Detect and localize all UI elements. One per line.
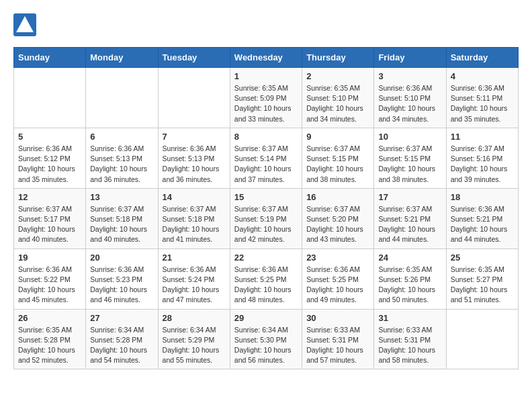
cell-details: Sunrise: 6:34 AMSunset: 5:28 PMDaylight:…	[90, 325, 153, 366]
calendar-cell: 9Sunrise: 6:37 AMSunset: 5:15 PMDaylight…	[302, 128, 374, 188]
cell-details: Sunrise: 6:37 AMSunset: 5:18 PMDaylight:…	[90, 204, 153, 245]
calendar-cell: 23Sunrise: 6:36 AMSunset: 5:25 PMDayligh…	[302, 248, 374, 309]
calendar-cell: 10Sunrise: 6:37 AMSunset: 5:15 PMDayligh…	[374, 128, 446, 188]
calendar-header-row: SundayMondayTuesdayWednesdayThursdayFrid…	[14, 48, 519, 68]
cell-details: Sunrise: 6:36 AMSunset: 5:13 PMDaylight:…	[90, 144, 153, 185]
cell-details: Sunrise: 6:35 AMSunset: 5:27 PMDaylight:…	[451, 265, 514, 306]
logo-icon	[13, 13, 36, 36]
cell-details: Sunrise: 6:36 AMSunset: 5:11 PMDaylight:…	[451, 83, 514, 124]
header-friday: Friday	[374, 48, 446, 68]
day-number: 6	[90, 132, 153, 142]
calendar-cell: 13Sunrise: 6:37 AMSunset: 5:18 PMDayligh…	[86, 188, 158, 248]
calendar-cell: 24Sunrise: 6:35 AMSunset: 5:26 PMDayligh…	[374, 248, 446, 309]
calendar-cell: 17Sunrise: 6:37 AMSunset: 5:21 PMDayligh…	[374, 188, 446, 248]
day-number: 2	[306, 71, 369, 81]
week-row-1: 5Sunrise: 6:36 AMSunset: 5:12 PMDaylight…	[14, 128, 519, 188]
day-number: 4	[451, 71, 514, 81]
cell-details: Sunrise: 6:35 AMSunset: 5:28 PMDaylight:…	[18, 325, 81, 366]
cell-details: Sunrise: 6:35 AMSunset: 5:26 PMDaylight:…	[378, 265, 441, 306]
day-number: 16	[306, 192, 369, 202]
calendar-cell: 29Sunrise: 6:34 AMSunset: 5:30 PMDayligh…	[230, 309, 302, 369]
header-tuesday: Tuesday	[158, 48, 230, 68]
day-number: 19	[18, 253, 81, 263]
day-number: 9	[306, 132, 369, 142]
week-row-0: 1Sunrise: 6:35 AMSunset: 5:09 PMDaylight…	[14, 68, 519, 128]
cell-details: Sunrise: 6:34 AMSunset: 5:29 PMDaylight:…	[163, 325, 226, 366]
day-number: 27	[90, 313, 153, 323]
header-thursday: Thursday	[302, 48, 374, 68]
calendar-body: 1Sunrise: 6:35 AMSunset: 5:09 PMDaylight…	[14, 68, 519, 369]
day-number: 31	[378, 313, 441, 323]
day-number: 7	[163, 132, 226, 142]
week-row-3: 19Sunrise: 6:36 AMSunset: 5:22 PMDayligh…	[14, 248, 519, 309]
day-number: 28	[163, 313, 226, 323]
cell-details: Sunrise: 6:36 AMSunset: 5:10 PMDaylight:…	[378, 83, 441, 124]
header-saturday: Saturday	[446, 48, 518, 68]
logo	[13, 13, 39, 36]
cell-details: Sunrise: 6:37 AMSunset: 5:21 PMDaylight:…	[378, 204, 441, 245]
calendar-cell: 26Sunrise: 6:35 AMSunset: 5:28 PMDayligh…	[14, 309, 86, 369]
cell-details: Sunrise: 6:37 AMSunset: 5:15 PMDaylight:…	[378, 144, 441, 185]
cell-details: Sunrise: 6:36 AMSunset: 5:23 PMDaylight:…	[90, 265, 153, 306]
cell-details: Sunrise: 6:33 AMSunset: 5:31 PMDaylight:…	[306, 325, 369, 366]
day-number: 15	[234, 192, 298, 202]
calendar-cell	[86, 68, 158, 128]
day-number: 20	[90, 253, 153, 263]
day-number: 21	[163, 253, 226, 263]
day-number: 17	[378, 192, 441, 202]
calendar-cell	[158, 68, 230, 128]
cell-details: Sunrise: 6:37 AMSunset: 5:14 PMDaylight:…	[234, 144, 298, 185]
calendar-cell: 15Sunrise: 6:37 AMSunset: 5:19 PMDayligh…	[230, 188, 302, 248]
page-header	[13, 13, 519, 36]
cell-details: Sunrise: 6:34 AMSunset: 5:30 PMDaylight:…	[234, 325, 298, 366]
day-number: 8	[234, 132, 298, 142]
calendar-cell	[446, 309, 518, 369]
day-number: 13	[90, 192, 153, 202]
calendar-cell: 3Sunrise: 6:36 AMSunset: 5:10 PMDaylight…	[374, 68, 446, 128]
calendar-cell: 31Sunrise: 6:33 AMSunset: 5:31 PMDayligh…	[374, 309, 446, 369]
day-number: 22	[234, 253, 298, 263]
header-monday: Monday	[86, 48, 158, 68]
cell-details: Sunrise: 6:37 AMSunset: 5:17 PMDaylight:…	[18, 204, 81, 245]
calendar-cell	[14, 68, 86, 128]
day-number: 10	[378, 132, 441, 142]
calendar-cell: 11Sunrise: 6:37 AMSunset: 5:16 PMDayligh…	[446, 128, 518, 188]
calendar-cell: 6Sunrise: 6:36 AMSunset: 5:13 PMDaylight…	[86, 128, 158, 188]
calendar-cell: 25Sunrise: 6:35 AMSunset: 5:27 PMDayligh…	[446, 248, 518, 309]
day-number: 3	[378, 71, 441, 81]
calendar-cell: 1Sunrise: 6:35 AMSunset: 5:09 PMDaylight…	[230, 68, 302, 128]
day-number: 23	[306, 253, 369, 263]
calendar-cell: 21Sunrise: 6:36 AMSunset: 5:24 PMDayligh…	[158, 248, 230, 309]
day-number: 12	[18, 192, 81, 202]
day-number: 18	[451, 192, 514, 202]
calendar-cell: 28Sunrise: 6:34 AMSunset: 5:29 PMDayligh…	[158, 309, 230, 369]
cell-details: Sunrise: 6:36 AMSunset: 5:24 PMDaylight:…	[163, 265, 226, 306]
header-wednesday: Wednesday	[230, 48, 302, 68]
cell-details: Sunrise: 6:37 AMSunset: 5:16 PMDaylight:…	[451, 144, 514, 185]
calendar-cell: 18Sunrise: 6:36 AMSunset: 5:21 PMDayligh…	[446, 188, 518, 248]
calendar-cell: 12Sunrise: 6:37 AMSunset: 5:17 PMDayligh…	[14, 188, 86, 248]
cell-details: Sunrise: 6:37 AMSunset: 5:18 PMDaylight:…	[163, 204, 226, 245]
calendar-cell: 22Sunrise: 6:36 AMSunset: 5:25 PMDayligh…	[230, 248, 302, 309]
cell-details: Sunrise: 6:35 AMSunset: 5:09 PMDaylight:…	[234, 83, 298, 124]
day-number: 29	[234, 313, 298, 323]
header-sunday: Sunday	[14, 48, 86, 68]
cell-details: Sunrise: 6:36 AMSunset: 5:22 PMDaylight:…	[18, 265, 81, 306]
cell-details: Sunrise: 6:36 AMSunset: 5:12 PMDaylight:…	[18, 144, 81, 185]
day-number: 1	[234, 71, 298, 81]
day-number: 26	[18, 313, 81, 323]
calendar-cell: 7Sunrise: 6:36 AMSunset: 5:13 PMDaylight…	[158, 128, 230, 188]
week-row-2: 12Sunrise: 6:37 AMSunset: 5:17 PMDayligh…	[14, 188, 519, 248]
calendar-cell: 14Sunrise: 6:37 AMSunset: 5:18 PMDayligh…	[158, 188, 230, 248]
day-number: 14	[163, 192, 226, 202]
day-number: 25	[451, 253, 514, 263]
cell-details: Sunrise: 6:35 AMSunset: 5:10 PMDaylight:…	[306, 83, 369, 124]
calendar-cell: 27Sunrise: 6:34 AMSunset: 5:28 PMDayligh…	[86, 309, 158, 369]
day-number: 24	[378, 253, 441, 263]
calendar-cell: 5Sunrise: 6:36 AMSunset: 5:12 PMDaylight…	[14, 128, 86, 188]
calendar-cell: 8Sunrise: 6:37 AMSunset: 5:14 PMDaylight…	[230, 128, 302, 188]
cell-details: Sunrise: 6:37 AMSunset: 5:15 PMDaylight:…	[306, 144, 369, 185]
cell-details: Sunrise: 6:37 AMSunset: 5:19 PMDaylight:…	[234, 204, 298, 245]
day-number: 11	[451, 132, 514, 142]
day-number: 5	[18, 132, 81, 142]
